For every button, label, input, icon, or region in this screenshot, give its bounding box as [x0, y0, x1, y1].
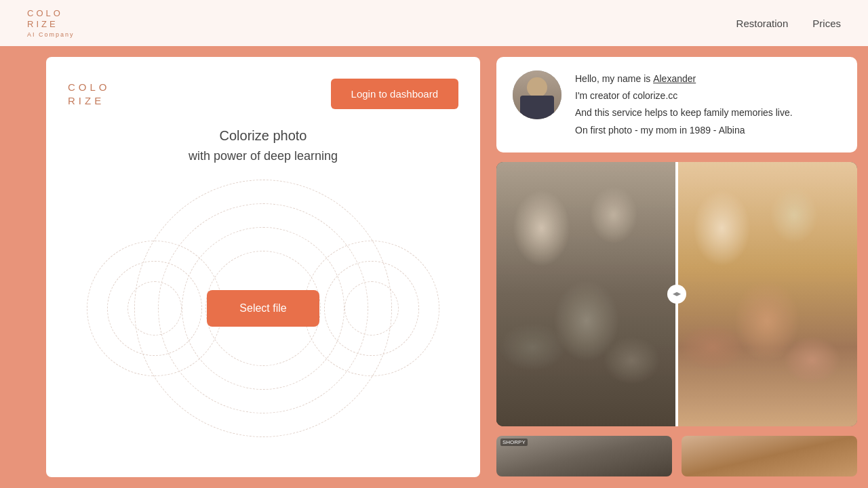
- info-card: Hello, my name is Alexander I'm creator …: [496, 57, 857, 152]
- greeting-line4: On first photo - my mom in 1989 - Albina: [575, 125, 745, 136]
- author-link[interactable]: Alexander: [653, 73, 696, 84]
- thumbnail-1[interactable]: SHORPY: [496, 436, 672, 476]
- panel-header: COLO RIZE Login to dashboard: [68, 79, 458, 109]
- panel-logo: COLO RIZE: [68, 81, 111, 107]
- divider-handle[interactable]: ◀▶: [667, 285, 686, 304]
- logo-text: COLO RIZE: [27, 8, 63, 29]
- chevron-left-icon: ◀▶: [673, 291, 681, 297]
- nav-prices[interactable]: Prices: [812, 18, 841, 29]
- avatar: [513, 70, 561, 119]
- logo-sub: AI Company: [27, 31, 75, 38]
- photo-divider: ◀▶: [675, 162, 678, 426]
- upload-subtitle: with power of deep learning: [189, 149, 338, 163]
- info-text: Hello, my name is Alexander I'm creator …: [575, 70, 793, 139]
- left-panel: COLO RIZE Login to dashboard Colorize ph…: [46, 57, 480, 477]
- login-button[interactable]: Login to dashboard: [331, 79, 458, 109]
- upload-area[interactable]: Select file: [114, 180, 412, 437]
- greeting-line2: I'm creator of colorize.cc: [575, 90, 677, 101]
- avatar-head: [527, 77, 547, 98]
- avatar-body: [520, 96, 554, 119]
- greeting-line3: And this service helps to keep family me…: [575, 107, 793, 118]
- header: COLO RIZE AI Company Restoration Prices: [0, 0, 868, 46]
- avatar-image: [513, 70, 561, 119]
- upload-title: Colorize photo: [220, 128, 307, 144]
- color-photo: [677, 162, 857, 426]
- bw-photo: [496, 162, 677, 426]
- bottom-thumbnails: SHORPY: [496, 436, 857, 476]
- thumbnail-2[interactable]: [682, 436, 857, 476]
- photo-right-color: [677, 162, 857, 426]
- thumbnail-label-1: SHORPY: [500, 439, 528, 446]
- navigation: Restoration Prices: [736, 18, 841, 29]
- select-file-button[interactable]: Select file: [207, 290, 319, 327]
- main-content: COLO RIZE Login to dashboard Colorize ph…: [0, 46, 868, 488]
- greeting-prefix: Hello, my name is: [575, 73, 653, 84]
- panel-logo-text: COLO RIZE: [68, 81, 111, 107]
- circle-ring-right-3: [344, 281, 399, 336]
- right-panel: Hello, my name is Alexander I'm creator …: [480, 46, 868, 488]
- logo: COLO RIZE AI Company: [27, 8, 75, 37]
- photo-left-bw: [496, 162, 677, 426]
- nav-restoration[interactable]: Restoration: [736, 18, 789, 29]
- circle-ring-left-3: [127, 281, 182, 336]
- photo-comparison[interactable]: ◀▶: [496, 162, 857, 426]
